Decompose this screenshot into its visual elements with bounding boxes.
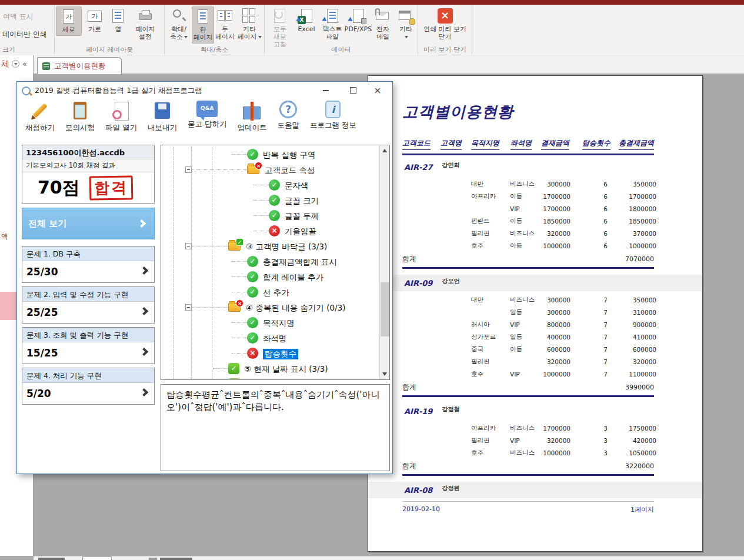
dialog-tool-update[interactable]: 업데이트	[233, 99, 270, 137]
problem-score: 25/25	[26, 306, 154, 318]
dialog-tool-info[interactable]: i프로그램 정보	[306, 99, 360, 137]
dialog-tool-open[interactable]: 파일 열기	[102, 99, 141, 137]
square-check-icon: ✓	[228, 378, 239, 379]
problem-card-3[interactable]: 문제 3. 조회 및 출력 기능 구현15/25	[22, 327, 155, 364]
tree-item[interactable]: ×기울임꼴	[162, 224, 379, 239]
total-label: 합계	[402, 461, 416, 471]
problem-sections: 문제 1. DB 구축25/30문제 2. 입력 및 수정 기능 구현25/25…	[22, 246, 155, 408]
problem-card-2[interactable]: 문제 2. 입력 및 수정 기능 구현25/25	[22, 286, 155, 324]
tree-item[interactable]: ✓글꼴 크기	[162, 193, 379, 208]
cell-seat: 비즈니스	[510, 424, 542, 432]
dialog-tool-help[interactable]: ?도움말	[273, 99, 303, 137]
tree-item[interactable]: ✓목적지명	[162, 315, 379, 331]
problem-title: 문제 1. DB 구축	[22, 246, 154, 261]
grading-result-tree[interactable]: ✓반복 실행 구역×고객코드 속성✓문자색✓글꼴 크기✓글꼴 두께×기울임꼴✓③…	[161, 145, 390, 380]
cell-payment: 320000	[542, 358, 570, 365]
close-preview-label: 인쇄 미리 보기 닫기	[422, 25, 469, 41]
cell-boarding-count: 7	[570, 371, 608, 378]
portrait-button[interactable]: 가 세로	[56, 6, 82, 36]
report-page[interactable]: 고객별이용현황 고객코드 고객명 목적지명 좌석명 결재금액 탑승횟수 총결재금…	[368, 75, 703, 552]
tool-label: 파일 열기	[105, 123, 137, 133]
view-all-button[interactable]: 전체 보기	[22, 208, 155, 239]
tree-item[interactable]: ✓⑥ 페이지 표시 (3/3)	[162, 376, 379, 379]
one-page-button[interactable]: 한 페이지	[192, 6, 214, 44]
columns-button[interactable]: 열	[108, 6, 129, 35]
minimize-button[interactable]	[316, 84, 336, 97]
tree-item[interactable]: ✓선 추가	[162, 285, 379, 300]
tree-item[interactable]: ✓합계 레이블 추가	[162, 269, 379, 285]
export-text-button[interactable]: 텍스트 파일	[319, 6, 346, 42]
tree-item[interactable]: ✓총결재금액합계 표시	[162, 254, 379, 269]
group-customer-name: 강정철	[442, 405, 459, 414]
landscape-button[interactable]: 가 가로	[82, 6, 108, 35]
tab-report[interactable]: 고객별이용현황	[37, 57, 122, 74]
maximize-button[interactable]	[343, 84, 363, 97]
dialog-tool-qna[interactable]: Q&A묻고 답하기	[184, 99, 230, 137]
tree-item[interactable]: ✓좌석명	[162, 331, 379, 346]
tree-item[interactable]: ×고객코드 속성	[162, 162, 379, 178]
report-data-row: 호주VIP100000071100000	[402, 368, 654, 380]
cell-destination: 필리핀	[471, 229, 510, 238]
tree-item[interactable]: ✓문자색	[162, 178, 379, 193]
zoom-icon	[171, 8, 186, 24]
scroll-up-icon[interactable]	[382, 149, 387, 152]
tree-item[interactable]: ✓글꼴 두께	[162, 208, 379, 224]
tab-title: 고객별이용현황	[54, 61, 106, 71]
email-icon	[375, 8, 391, 24]
status-fragment	[160, 558, 192, 560]
total-value: 3990000	[625, 384, 654, 391]
tree-scrollbar[interactable]	[379, 145, 389, 379]
show-margins-toggle[interactable]: 여백 표시	[3, 12, 34, 22]
dialog-tool-export[interactable]: 내보내기	[144, 99, 181, 137]
print-data-only-toggle[interactable]: 데이터만 인쇄	[2, 29, 47, 39]
export-pdf-button[interactable]: PDF/XPS	[346, 6, 371, 35]
tree-item[interactable]: ✓⑤ 현재 날짜 표시 (3/3)	[162, 361, 379, 376]
two-pages-button[interactable]: 두 페이지	[214, 6, 236, 42]
nav-collapse-icon[interactable]: «	[22, 59, 27, 68]
export-more-button[interactable]: 기타	[395, 6, 416, 42]
tree-item[interactable]: ✓반복 실행 구역	[162, 147, 379, 162]
tree-item-label: 합계 레이블 추가	[263, 272, 323, 283]
cell-boarding-count: 6	[570, 193, 608, 200]
tree-expander-icon[interactable]	[185, 304, 192, 311]
tree-expander-icon[interactable]	[185, 243, 192, 249]
tree-item[interactable]: ×탑승횟수	[162, 346, 379, 361]
group-separator-rule	[402, 395, 654, 397]
one-page-icon	[195, 9, 211, 24]
graded-file-name: 123456100이한섭.accdb	[22, 145, 154, 159]
dialog-title-bar[interactable]: 2019 길벗 컴퓨터활용능력 1급 실기 채점프로그램 ×	[17, 82, 392, 99]
nav-menu-icon[interactable]	[12, 60, 19, 68]
tree-item[interactable]: ×④ 중복된 내용 숨기기 (0/3)	[162, 300, 379, 315]
landscape-label: 가로	[88, 25, 101, 33]
tree-item-label: 글꼴 두께	[285, 211, 319, 222]
close-print-preview-button[interactable]: × 인쇄 미리 보기 닫기	[421, 6, 470, 42]
group-header-band: AIR-08강정원	[368, 482, 702, 498]
help-icon: ?	[279, 101, 297, 118]
cell-total-payment: 410000	[608, 334, 656, 341]
tree-item-label: 글꼴 크기	[285, 196, 319, 206]
zoom-button[interactable]: 확대/축소	[166, 6, 192, 42]
scroll-down-icon[interactable]	[382, 372, 387, 376]
problem-card-1[interactable]: 문제 1. DB 구축25/30	[22, 246, 155, 283]
page-setup-button[interactable]: 페이지 설정	[129, 6, 162, 42]
close-button[interactable]: ×	[368, 84, 388, 97]
tree-connector	[253, 231, 269, 231]
dialog-tool-mock[interactable]: 모의시험	[62, 99, 98, 137]
tree-item[interactable]: ✓③ 고객명 바닥글 (3/3)	[162, 239, 379, 254]
open-icon	[111, 101, 132, 121]
more-pages-button[interactable]: 기타 페이지	[236, 6, 263, 42]
email-button[interactable]: 전자 메일	[371, 6, 395, 42]
total-value: 7070000	[625, 255, 654, 263]
tree-item-label: 목적지명	[263, 318, 295, 329]
dialog-tool-grade[interactable]: 채점하기	[22, 99, 58, 137]
cell-boarding-count: 7	[570, 346, 608, 353]
nav-pane-header[interactable]: 체 «	[0, 55, 34, 74]
cell-payment: 800000	[542, 321, 570, 328]
scrollbar-thumb[interactable]	[381, 282, 389, 336]
tree-expander-icon[interactable]	[185, 166, 192, 173]
cell-boarding-count: 3	[570, 425, 608, 432]
problem-card-4[interactable]: 문제 4. 처리 기능 구현5/20	[22, 368, 155, 405]
cell-payment: 1700000	[542, 205, 570, 212]
cell-boarding-count: 6	[570, 205, 608, 212]
export-excel-button[interactable]: X Excel	[294, 6, 319, 35]
